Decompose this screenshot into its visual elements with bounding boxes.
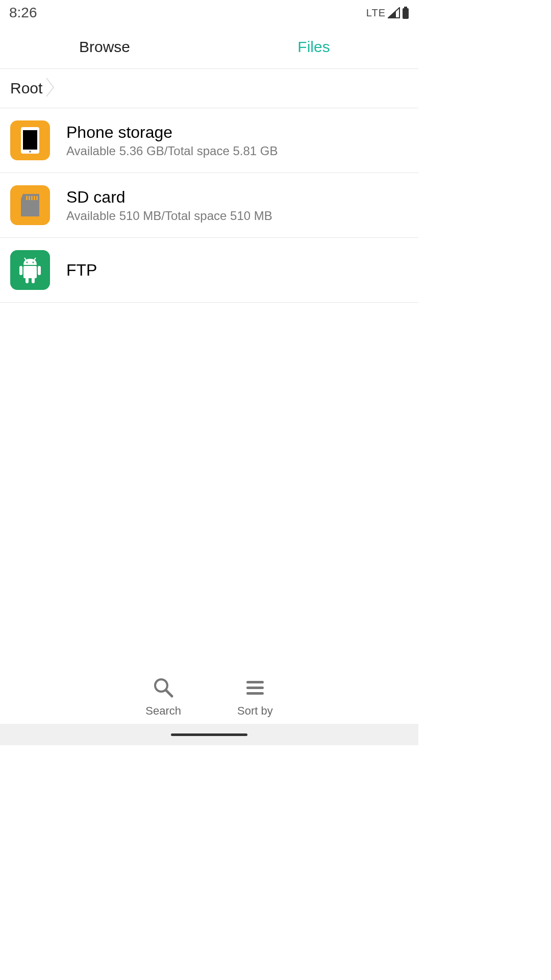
bottom-bar: Search Sort by: [0, 665, 418, 724]
tab-files[interactable]: Files: [209, 26, 418, 68]
storage-item-phone[interactable]: Phone storage Available 5.36 GB/Total sp…: [0, 108, 418, 173]
tabs: Browse Files: [0, 26, 418, 69]
tab-files-label: Files: [297, 38, 330, 56]
chevron-right-icon: [45, 77, 56, 100]
storage-text: SD card Available 510 MB/Total space 510…: [66, 188, 272, 223]
sort-icon: [244, 677, 266, 700]
svg-rect-6: [29, 196, 30, 200]
svg-rect-16: [38, 266, 41, 275]
svg-rect-21: [246, 681, 264, 683]
signal-icon: [388, 7, 400, 18]
svg-rect-8: [34, 196, 35, 200]
search-icon: [153, 677, 174, 700]
storage-subtitle: Available 5.36 GB/Total space 5.81 GB: [66, 144, 278, 158]
svg-rect-15: [19, 266, 22, 275]
svg-rect-9: [36, 196, 38, 200]
svg-point-12: [27, 262, 28, 263]
storage-title: FTP: [66, 261, 97, 280]
svg-rect-18: [32, 277, 35, 283]
phone-storage-icon: [10, 120, 50, 160]
storage-list: Phone storage Available 5.36 GB/Total sp…: [0, 108, 418, 665]
svg-rect-17: [26, 277, 29, 283]
svg-rect-14: [23, 266, 37, 278]
svg-rect-1: [403, 8, 409, 19]
status-bar: 8:26 LTE: [0, 0, 418, 26]
storage-title: Phone storage: [66, 123, 278, 142]
sort-button[interactable]: Sort by: [237, 677, 273, 718]
svg-rect-0: [404, 7, 407, 8]
ftp-icon: [10, 250, 50, 290]
svg-rect-3: [23, 130, 37, 150]
nav-indicator[interactable]: [171, 733, 247, 736]
svg-point-13: [33, 262, 34, 263]
svg-line-20: [166, 690, 172, 696]
search-button[interactable]: Search: [145, 677, 181, 718]
status-icons: LTE: [366, 7, 409, 19]
breadcrumb[interactable]: Root: [0, 69, 418, 108]
nav-bar: [0, 724, 418, 745]
storage-subtitle: Available 510 MB/Total space 510 MB: [66, 209, 272, 223]
tab-browse-label: Browse: [79, 38, 130, 56]
sort-label: Sort by: [237, 704, 273, 718]
svg-rect-5: [26, 196, 28, 200]
battery-icon: [402, 7, 409, 19]
tab-browse[interactable]: Browse: [0, 26, 209, 68]
storage-title: SD card: [66, 188, 272, 207]
breadcrumb-root: Root: [10, 80, 42, 97]
storage-item-ftp[interactable]: FTP: [0, 238, 418, 303]
svg-rect-7: [31, 196, 33, 200]
storage-text: Phone storage Available 5.36 GB/Total sp…: [66, 123, 278, 158]
network-label: LTE: [366, 7, 386, 19]
storage-text: FTP: [66, 261, 97, 280]
svg-rect-23: [246, 692, 264, 695]
storage-item-sdcard[interactable]: SD card Available 510 MB/Total space 510…: [0, 173, 418, 238]
svg-point-4: [29, 151, 31, 153]
sdcard-icon: [10, 185, 50, 225]
svg-rect-22: [246, 687, 264, 689]
search-label: Search: [145, 704, 181, 718]
status-time: 8:26: [9, 5, 37, 21]
